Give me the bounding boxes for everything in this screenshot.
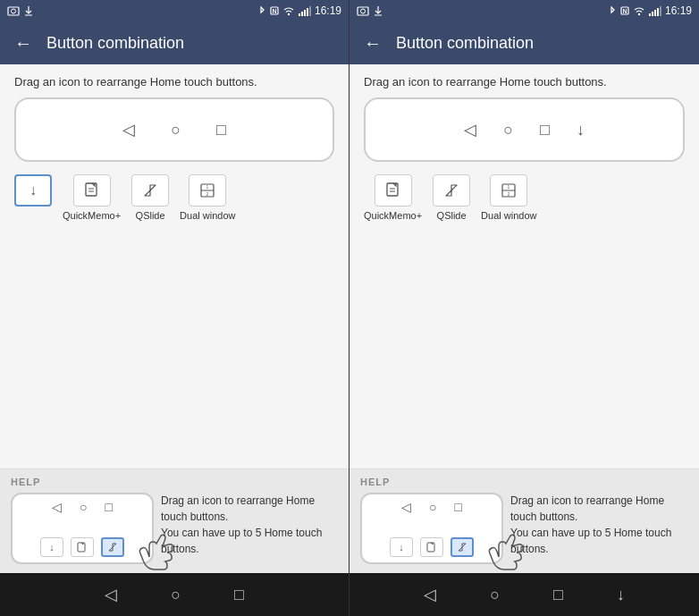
left-help-section: HELP ◁ ○ □ ↓ (0, 468, 349, 573)
right-bottom-nav: ◁ ○ □ ↓ (350, 573, 699, 616)
left-tray-icon-dualwindow[interactable]: 1 2 (189, 174, 226, 207)
svg-rect-9 (309, 6, 311, 16)
left-help-back-icon: ◁ (52, 500, 62, 514)
left-back-button[interactable]: ← (14, 33, 32, 54)
left-phone-mockup: ◁ ○ □ (14, 97, 334, 162)
svg-text:2: 2 (206, 191, 209, 197)
right-help-title: HELP (360, 477, 688, 487)
left-tray-item-dualwindow[interactable]: 1 2 Dual window (180, 174, 235, 221)
right-content-area: Drag an icon to rearrange Home touch but… (350, 64, 699, 468)
right-back-button[interactable]: ← (364, 33, 382, 54)
left-help-title: HELP (11, 477, 338, 487)
right-help-back-icon: ◁ (401, 500, 411, 514)
right-help-recent-icon: □ (455, 500, 462, 514)
svg-text:1: 1 (206, 184, 209, 190)
right-dualwindow-icon: 1 2 (501, 182, 517, 198)
right-home-nav-icon: ○ (503, 121, 513, 139)
right-tray-icon-qslide[interactable] (433, 174, 470, 207)
dual-panel-container: N 16:19 ← Button combina (0, 0, 699, 616)
left-app-bar: ← Button combination (0, 21, 349, 64)
svg-rect-0 (8, 7, 19, 15)
left-bottom-home-icon[interactable]: ○ (171, 586, 181, 604)
download-icon (23, 5, 34, 16)
right-photo-icon (357, 5, 369, 16)
left-help-tray-icon-2 (101, 537, 124, 557)
right-quickmemo-icon (385, 182, 401, 198)
right-tray-item-qslide[interactable]: QSlide (433, 174, 470, 221)
right-bluetooth-icon (606, 5, 617, 16)
left-content-area: Drag an icon to rearrange Home touch but… (0, 64, 349, 468)
svg-point-1 (12, 9, 16, 13)
right-back-nav-icon: ◁ (464, 120, 476, 139)
left-help-inner: ◁ ○ □ ↓ (11, 493, 338, 564)
left-back-nav-icon: ◁ (122, 120, 135, 139)
right-tray-label-quickmemo: QuickMemo+ (364, 210, 422, 221)
help-qslide-icon (107, 542, 118, 553)
right-bottom-back-icon[interactable]: ◁ (424, 585, 436, 604)
right-help-qslide-icon (457, 542, 467, 553)
right-help-text-area: Drag an icon to rearrange Home touch but… (510, 493, 688, 557)
right-tray-item-quickmemo[interactable]: QuickMemo+ (364, 174, 422, 221)
right-download-icon (373, 5, 383, 16)
help-quickmemo-icon (77, 542, 88, 553)
right-phone-mockup: ◁ ○ □ ↓ (364, 97, 685, 162)
left-tray-icon-0[interactable]: ↓ (14, 174, 52, 207)
right-help-quickmemo-icon (426, 542, 437, 553)
right-tray-icon-dualwindow[interactable]: 1 2 (490, 174, 527, 207)
svg-rect-17 (78, 543, 85, 552)
svg-rect-7 (304, 10, 306, 16)
left-tray-item-quickmemo[interactable]: QuickMemo+ (63, 174, 121, 221)
right-bottom-recent-icon[interactable]: □ (553, 586, 563, 604)
left-help-recent-icon: □ (105, 500, 113, 514)
right-help-home-icon: ○ (429, 500, 436, 514)
left-help-phone-wrapper: ◁ ○ □ ↓ (11, 493, 154, 564)
svg-point-22 (638, 13, 640, 15)
right-tray-icon-quickmemo[interactable] (375, 174, 412, 207)
left-button-tray: ↓ QuickMemo+ (14, 171, 334, 224)
right-time: 16:19 (665, 4, 692, 17)
right-help-tray-icon-0: ↓ (390, 537, 413, 557)
left-status-bar-right: N 16:19 (256, 4, 341, 17)
left-home-nav-icon: ○ (171, 121, 181, 139)
right-help-inner: ◁ ○ □ ↓ (360, 493, 688, 564)
right-app-bar: ← Button combination (350, 21, 699, 64)
svg-rect-18 (358, 7, 368, 15)
left-help-tray-row: ↓ (40, 537, 124, 557)
right-status-bar-right: N 16:19 (606, 4, 692, 17)
left-app-bar-title: Button combination (46, 34, 184, 53)
left-tray-icon-quickmemo[interactable] (73, 174, 111, 207)
right-tray-label-qslide: QSlide (437, 210, 467, 221)
right-instruction: Drag an icon to rearrange Home touch but… (364, 75, 685, 89)
left-panel: N 16:19 ← Button combina (0, 0, 350, 616)
right-tray-item-dualwindow[interactable]: 1 2 Dual window (481, 174, 536, 221)
signal-icon (298, 5, 312, 16)
left-tray-label-qslide: QSlide (136, 210, 165, 221)
right-button-tray: QuickMemo+ QSlide (364, 171, 685, 224)
right-recent-nav-icon: □ (540, 121, 550, 139)
left-recent-nav-icon: □ (216, 121, 226, 139)
left-bottom-back-icon[interactable]: ◁ (105, 585, 117, 604)
right-status-bar: N 16:19 (350, 0, 699, 21)
left-help-tray-icon-0: ↓ (40, 537, 63, 557)
left-tray-item-qslide[interactable]: QSlide (131, 174, 169, 221)
right-bottom-extra-icon[interactable]: ↓ (617, 586, 625, 604)
left-help-text-area: Drag an icon to rearrange Home touch but… (161, 493, 338, 557)
left-tray-label-dualwindow: Dual window (180, 210, 235, 221)
right-bottom-home-icon[interactable]: ○ (490, 586, 500, 604)
svg-text:N: N (622, 8, 627, 14)
drag-hand-svg (131, 530, 185, 575)
left-tray-icon-qslide[interactable] (131, 174, 169, 207)
right-extra-nav-icon: ↓ (577, 121, 585, 139)
svg-rect-23 (649, 13, 651, 16)
left-bottom-recent-icon[interactable]: □ (234, 586, 244, 604)
svg-text:N: N (272, 8, 276, 14)
right-status-bar-left (357, 5, 383, 16)
left-bottom-nav: ◁ ○ □ (0, 573, 349, 616)
right-help-description: Drag an icon to rearrange Home touch but… (510, 493, 688, 557)
left-tray-item-0[interactable]: ↓ (14, 174, 52, 207)
quickmemo-icon (84, 182, 100, 198)
right-signal-icon (648, 5, 662, 16)
left-help-tray-icon-1 (71, 537, 94, 557)
right-help-phone-wrapper: ◁ ○ □ ↓ (360, 493, 503, 564)
right-help-tray-icon-1 (420, 537, 443, 557)
